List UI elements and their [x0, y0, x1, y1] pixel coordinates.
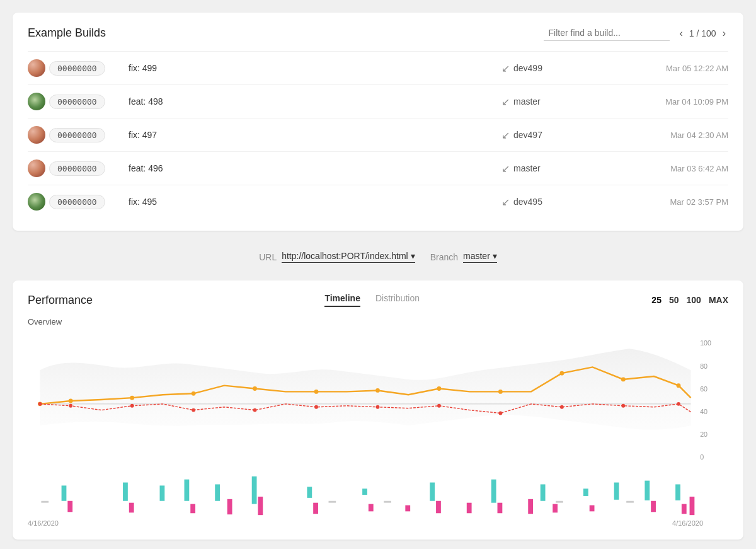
count-max-button[interactable]: MAX [709, 295, 728, 305]
svg-rect-58 [553, 504, 558, 513]
tab-distribution[interactable]: Distribution [375, 293, 420, 307]
chevron-down-icon: ▾ [493, 251, 497, 261]
svg-rect-33 [160, 485, 165, 500]
svg-rect-60 [651, 501, 656, 512]
svg-rect-32 [123, 483, 128, 501]
perf-title: Performance [28, 294, 93, 307]
svg-point-13 [38, 402, 42, 406]
svg-point-18 [314, 405, 318, 409]
svg-rect-45 [675, 484, 680, 500]
branch-dropdown-button[interactable]: master ▾ [463, 251, 497, 263]
svg-point-17 [253, 408, 257, 412]
svg-rect-37 [307, 487, 312, 498]
svg-rect-57 [528, 499, 533, 514]
svg-point-6 [314, 390, 319, 394]
svg-point-3 [130, 396, 134, 400]
svg-point-4 [192, 391, 196, 396]
branch-name: master [513, 163, 541, 173]
svg-rect-44 [644, 481, 650, 500]
svg-text:80: 80 [700, 362, 707, 370]
url-label: URL [259, 252, 277, 262]
svg-point-22 [560, 405, 564, 409]
build-hash: 00000000 [49, 61, 105, 76]
avatar [28, 159, 45, 177]
svg-point-21 [498, 412, 502, 415]
svg-rect-34 [185, 480, 190, 501]
table-row[interactable]: 00000000 fix: 499 ↙ dev499 Mar 05 12:22 … [28, 51, 728, 84]
build-message: feat: 498 [129, 96, 501, 107]
svg-rect-59 [590, 506, 595, 512]
x-axis-end: 4/16/2020 [672, 519, 703, 527]
svg-point-8 [437, 386, 442, 391]
svg-rect-50 [258, 497, 263, 515]
build-id-badge: 00000000 [28, 59, 129, 77]
svg-rect-65 [384, 501, 391, 503]
count-25-button[interactable]: 25 [651, 295, 662, 305]
svg-point-16 [192, 408, 195, 412]
branch-icon: ↙ [501, 62, 510, 74]
svg-point-9 [498, 390, 503, 394]
avatar [28, 193, 45, 211]
svg-rect-62 [690, 497, 695, 515]
svg-point-11 [621, 377, 626, 381]
url-dropdown-button[interactable]: http://localhost:PORT/index.html ▾ [282, 251, 415, 263]
table-row[interactable]: 00000000 feat: 498 ↙ master Mar 04 10:09… [28, 84, 728, 118]
count-50-button[interactable]: 50 [669, 295, 679, 305]
svg-rect-43 [614, 483, 619, 500]
svg-rect-61 [682, 504, 687, 514]
svg-rect-49 [227, 499, 232, 514]
svg-rect-51 [313, 503, 318, 514]
line-chart-container: 100 80 60 40 20 0 [28, 332, 728, 470]
tab-timeline[interactable]: Timeline [324, 293, 360, 307]
perf-counts: 25 50 100 MAX [651, 295, 728, 305]
svg-rect-35 [215, 484, 220, 500]
build-message: feat: 496 [129, 163, 501, 173]
svg-rect-39 [430, 483, 435, 501]
build-hash: 00000000 [49, 161, 105, 176]
prev-page-button[interactable]: ‹ [677, 26, 685, 40]
svg-point-12 [677, 383, 681, 388]
pagination: ‹ 1 / 100 › [677, 26, 728, 40]
svg-point-19 [376, 405, 380, 409]
svg-point-5 [253, 386, 257, 391]
count-100-button[interactable]: 100 [687, 295, 701, 305]
controls-bar: URL http://localhost:PORT/index.html ▾ B… [13, 243, 743, 270]
line-chart: 100 80 60 40 20 0 [28, 332, 703, 470]
table-row[interactable]: 00000000 fix: 497 ↙ dev497 Mar 04 2:30 A… [28, 118, 728, 151]
svg-point-15 [130, 404, 134, 408]
avatar [28, 93, 45, 110]
svg-rect-66 [556, 501, 563, 503]
avatar [28, 59, 45, 77]
branch-name: dev497 [513, 130, 542, 140]
svg-text:20: 20 [700, 431, 707, 438]
build-message: fix: 499 [129, 63, 501, 73]
chevron-down-icon: ▾ [411, 251, 415, 261]
branch-name: dev495 [513, 197, 542, 207]
builds-header: Example Builds ‹ 1 / 100 › [28, 25, 728, 41]
build-message: fix: 497 [129, 130, 501, 140]
svg-rect-31 [62, 485, 67, 500]
x-axis-start: 4/16/2020 [28, 519, 59, 527]
filter-input[interactable] [544, 25, 670, 41]
table-row[interactable]: 00000000 fix: 495 ↙ dev495 Mar 02 3:57 P… [28, 185, 728, 218]
bar-chart [28, 473, 703, 517]
build-branch: ↙ dev495 [501, 196, 627, 208]
next-page-button[interactable]: › [720, 26, 728, 40]
build-branch: ↙ master [501, 163, 627, 175]
build-hash: 00000000 [49, 128, 105, 142]
build-id-badge: 00000000 [28, 93, 129, 110]
svg-rect-40 [491, 480, 496, 503]
builds-title: Example Builds [28, 26, 106, 40]
svg-point-2 [69, 399, 73, 403]
svg-rect-67 [626, 501, 634, 503]
branch-control-group: Branch master ▾ [430, 251, 497, 263]
table-row[interactable]: 00000000 feat: 496 ↙ master Mar 03 6:42 … [28, 151, 728, 185]
perf-tabs: Timeline Distribution [93, 293, 651, 307]
svg-rect-53 [405, 506, 410, 512]
build-branch: ↙ dev499 [501, 62, 627, 74]
svg-point-7 [375, 388, 380, 393]
svg-rect-54 [436, 501, 441, 513]
build-id-badge: 00000000 [28, 159, 129, 177]
svg-rect-56 [498, 503, 503, 514]
svg-text:0: 0 [700, 453, 704, 461]
